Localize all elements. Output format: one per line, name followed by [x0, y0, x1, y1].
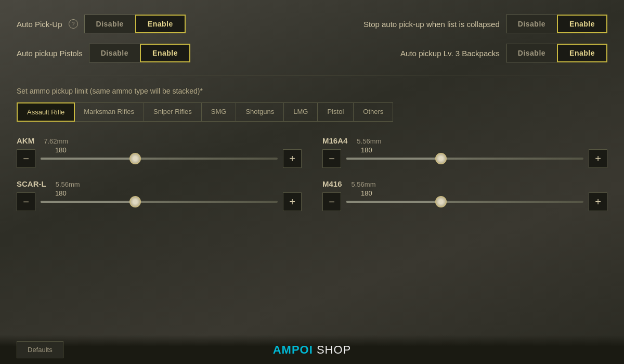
m16a4-header: M16A4 5.56mm [322, 136, 607, 145]
scar-l-track [41, 201, 278, 203]
akm-track [41, 158, 278, 160]
m16a4-slider[interactable]: 180 [346, 158, 583, 160]
auto-pickup-toggle: Disable Enable [84, 15, 186, 33]
pistols-enable-btn[interactable]: Enable [140, 44, 190, 62]
auto-pickup-enable-btn[interactable]: Enable [135, 15, 186, 33]
scar-l-slider[interactable]: 180 [41, 201, 278, 203]
m16a4-ammo: 5.56mm [357, 137, 381, 145]
stop-auto-pickup-right: Stop auto pick-up when list is collapsed… [312, 15, 607, 33]
backpacks-toggle: Disable Enable [506, 44, 607, 62]
akm-slider[interactable]: 180 [41, 158, 278, 160]
m416-increase-btn[interactable]: + [589, 192, 607, 211]
tab-sniper-rifles[interactable]: Sniper Rifles [144, 103, 202, 121]
stop-auto-pickup-disable-btn[interactable]: Disable [506, 15, 557, 33]
scar-l-slider-row: − 180 + [17, 192, 302, 211]
scar-l-decrease-btn[interactable]: − [17, 192, 35, 211]
tab-lmg[interactable]: LMG [284, 103, 318, 121]
backpacks-right: Auto pickup Lv. 3 Backpacks Disable Enab… [312, 44, 607, 62]
weapon-type-tabs: Assault Rifle Marksman Rifles Sniper Rif… [17, 102, 393, 122]
stop-auto-pickup-toggle: Disable Enable [506, 15, 607, 33]
weapon-m16a4: M16A4 5.56mm − 180 + [322, 136, 607, 168]
ammo-section: Set ammo pickup limit (same ammo type wi… [17, 87, 607, 223]
auto-pickup-disable-btn[interactable]: Disable [84, 15, 135, 33]
m416-slider[interactable]: 180 [346, 201, 583, 203]
akm-ammo: 7.62mm [44, 137, 68, 145]
watermark: AMPOI SHOP [273, 343, 352, 357]
backpacks-disable-btn[interactable]: Disable [506, 44, 557, 62]
weapon-scar-l: SCAR-L 5.56mm − 180 + [17, 179, 302, 211]
stop-auto-pickup-label: Stop auto pick-up when list is collapsed [363, 20, 500, 29]
auto-pickup-row: Auto Pick-Up ? Disable Enable Stop auto … [17, 15, 607, 33]
scar-l-thumb[interactable] [129, 196, 141, 207]
top-settings-section: Auto Pick-Up ? Disable Enable Stop auto … [17, 15, 607, 62]
akm-slider-row: − 180 + [17, 149, 302, 168]
weapons-grid: AKM 7.62mm − 180 + [17, 136, 607, 223]
tab-shotguns[interactable]: Shotguns [236, 103, 284, 121]
pistols-toggle: Disable Enable [89, 44, 190, 62]
m16a4-track [346, 158, 583, 160]
m16a4-value: 180 [361, 146, 372, 154]
m16a4-name: M16A4 [322, 136, 347, 145]
tab-marksman-rifles[interactable]: Marksman Rifles [74, 103, 144, 121]
footer: Defaults AMPOI SHOP [0, 335, 624, 364]
m16a4-thumb[interactable] [435, 153, 447, 164]
m416-track [346, 201, 583, 203]
help-icon[interactable]: ? [69, 19, 78, 29]
m416-value: 180 [361, 189, 372, 197]
watermark-shop: SHOP [313, 343, 351, 356]
ammo-title: Set ammo pickup limit (same ammo type wi… [17, 87, 607, 95]
akm-decrease-btn[interactable]: − [17, 149, 35, 168]
tab-assault-rifle[interactable]: Assault Rifle [17, 102, 75, 122]
m416-thumb[interactable] [435, 196, 447, 207]
akm-increase-btn[interactable]: + [283, 149, 302, 168]
m416-name: M416 [322, 179, 342, 188]
scar-l-header: SCAR-L 5.56mm [17, 179, 302, 188]
m16a4-increase-btn[interactable]: + [589, 149, 607, 168]
defaults-button[interactable]: Defaults [17, 341, 63, 358]
scar-l-name: SCAR-L [17, 179, 46, 188]
weapon-akm: AKM 7.62mm − 180 + [17, 136, 302, 168]
backpacks-enable-btn[interactable]: Enable [557, 44, 607, 62]
m16a4-decrease-btn[interactable]: − [322, 149, 341, 168]
auto-pickup-label: Auto Pick-Up [17, 20, 62, 29]
scar-l-fill [41, 201, 135, 203]
auto-pickup-left: Auto Pick-Up ? Disable Enable [17, 15, 312, 33]
main-content: Auto Pick-Up ? Disable Enable Stop auto … [0, 0, 624, 223]
akm-value: 180 [55, 146, 67, 154]
m416-slider-row: − 180 + [322, 192, 607, 211]
akm-thumb[interactable] [129, 153, 141, 164]
stop-auto-pickup-enable-btn[interactable]: Enable [557, 15, 607, 33]
scar-l-value: 180 [55, 189, 67, 197]
scar-l-increase-btn[interactable]: + [283, 192, 302, 211]
pistols-disable-btn[interactable]: Disable [89, 44, 140, 62]
m416-ammo: 5.56mm [352, 180, 376, 188]
watermark-ampol: AMPOI [273, 343, 313, 356]
pistols-left: Auto pickup Pistols Disable Enable [17, 44, 312, 62]
m16a4-fill [346, 158, 441, 160]
akm-name: AKM [17, 136, 34, 145]
m416-header: M416 5.56mm [322, 179, 607, 188]
tab-others[interactable]: Others [354, 103, 393, 121]
akm-header: AKM 7.62mm [17, 136, 302, 145]
weapon-m416: M416 5.56mm − 180 + [322, 179, 607, 211]
akm-fill [41, 158, 135, 160]
m16a4-slider-row: − 180 + [322, 149, 607, 168]
section-divider [17, 75, 607, 75]
backpacks-label: Auto pickup Lv. 3 Backpacks [400, 49, 500, 58]
m416-decrease-btn[interactable]: − [322, 192, 341, 211]
auto-pickup-pistols-row: Auto pickup Pistols Disable Enable Auto … [17, 44, 607, 62]
pistols-label: Auto pickup Pistols [17, 49, 83, 58]
m416-fill [346, 201, 441, 203]
scar-l-ammo: 5.56mm [56, 180, 80, 188]
tab-smg[interactable]: SMG [202, 103, 237, 121]
tab-pistol[interactable]: Pistol [318, 103, 354, 121]
